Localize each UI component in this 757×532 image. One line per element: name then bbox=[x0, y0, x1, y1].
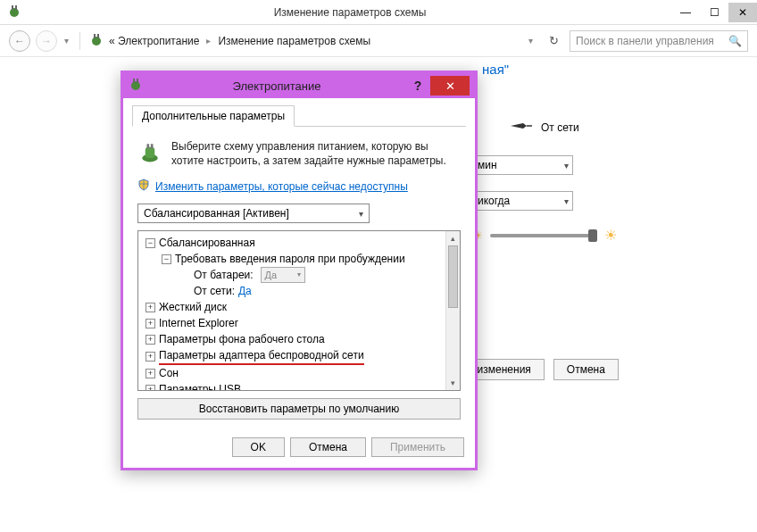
collapse-icon[interactable]: − bbox=[146, 238, 155, 248]
power-icon bbox=[7, 4, 21, 21]
svg-point-7 bbox=[131, 81, 140, 90]
dialog-cancel-button[interactable]: Отмена bbox=[290, 437, 366, 457]
svg-rect-2 bbox=[15, 5, 17, 10]
scheme-select[interactable]: Сбалансированная [Активен] ▾ bbox=[137, 204, 370, 223]
apply-button[interactable]: Применить bbox=[371, 437, 464, 457]
ok-button[interactable]: OK bbox=[232, 437, 285, 457]
svg-rect-4 bbox=[94, 34, 96, 38]
help-button[interactable]: ? bbox=[405, 79, 430, 93]
tree-root[interactable]: Сбалансированная bbox=[159, 235, 255, 251]
maximize-button[interactable]: ☐ bbox=[700, 3, 728, 22]
back-button[interactable]: ← bbox=[9, 30, 30, 52]
svg-rect-12 bbox=[147, 144, 150, 148]
expand-icon[interactable]: + bbox=[146, 385, 155, 391]
plug-label: От сети bbox=[541, 121, 579, 134]
plug-icon bbox=[509, 120, 532, 135]
power-options-dialog: Электропитание ? ✕ Дополнительные параме… bbox=[121, 71, 478, 470]
forward-button[interactable]: → bbox=[36, 30, 57, 52]
scroll-down-button[interactable]: ▾ bbox=[446, 376, 460, 390]
svg-point-3 bbox=[92, 37, 101, 46]
tree-sleep[interactable]: Сон bbox=[159, 365, 179, 381]
svg-rect-1 bbox=[12, 5, 13, 10]
refresh-button[interactable]: ↻ bbox=[544, 34, 564, 47]
power-icon bbox=[89, 32, 104, 50]
breadcrumb-item[interactable]: « Электропитание bbox=[109, 35, 199, 47]
tree-desktop[interactable]: Параметры фона рабочего стола bbox=[159, 331, 325, 347]
tree-scrollbar[interactable]: ▴ ▾ bbox=[445, 231, 460, 390]
dialog-info-text: Выберите схему управления питанием, кото… bbox=[171, 139, 461, 168]
dialog-title: Электропитание bbox=[148, 79, 405, 93]
battery-value-select[interactable]: Да▾ bbox=[261, 267, 305, 283]
shield-icon bbox=[137, 179, 150, 195]
brightness-slider-row: ☀ ☀ bbox=[473, 227, 617, 244]
expand-icon[interactable]: + bbox=[146, 352, 155, 362]
power-icon bbox=[129, 77, 143, 95]
timeout-select-1[interactable]: мин ▾ bbox=[473, 155, 573, 175]
search-placeholder: Поиск в панели управления bbox=[576, 35, 714, 47]
scroll-track[interactable] bbox=[446, 245, 460, 376]
collapse-icon[interactable]: − bbox=[162, 254, 171, 264]
tree-wake-password[interactable]: Требовать введения пароля при пробуждени… bbox=[175, 251, 405, 267]
expand-icon[interactable]: + bbox=[146, 319, 155, 328]
svg-rect-8 bbox=[133, 79, 135, 83]
chevron-down-icon: ▾ bbox=[359, 209, 363, 219]
chevron-down-icon: ▾ bbox=[564, 196, 569, 206]
main-window-title: Изменение параметров схемы bbox=[29, 6, 671, 19]
chevron-down-icon: ▾ bbox=[564, 161, 569, 170]
chevron-right-icon: ▸ bbox=[206, 36, 211, 46]
tab-strip: Дополнительные параметры bbox=[132, 105, 466, 127]
tree-hdd[interactable]: Жесткий диск bbox=[159, 299, 227, 315]
dialog-titlebar[interactable]: Электропитание ? ✕ bbox=[123, 73, 475, 98]
breadcrumb[interactable]: « Электропитание ▸ Изменение параметров … bbox=[109, 35, 538, 47]
svg-rect-11 bbox=[146, 147, 155, 158]
nav-toolbar: ← → ▾ « Электропитание ▸ Изменение парам… bbox=[0, 25, 757, 57]
tree-wireless[interactable]: Параметры адаптера беспроводной сети bbox=[159, 347, 364, 365]
breadcrumb-dropdown-icon[interactable]: ▾ bbox=[523, 36, 538, 46]
minimize-button[interactable]: — bbox=[671, 3, 700, 22]
expand-icon[interactable]: + bbox=[146, 303, 155, 312]
tree-plug-label: От сети: bbox=[194, 283, 235, 299]
tree-ie[interactable]: Internet Explorer bbox=[159, 315, 238, 331]
svg-rect-5 bbox=[97, 34, 99, 38]
brightness-slider[interactable] bbox=[490, 234, 597, 237]
scheme-name-link[interactable]: ная" bbox=[482, 62, 509, 77]
tree-battery-label: От батареи: bbox=[194, 267, 254, 283]
sun-bright-icon: ☀ bbox=[604, 227, 617, 244]
plug-value-link[interactable]: Да bbox=[238, 283, 252, 299]
battery-icon bbox=[137, 139, 162, 168]
timeout-select-2[interactable]: икогда ▾ bbox=[473, 191, 573, 211]
history-dropdown-icon[interactable]: ▾ bbox=[62, 36, 71, 46]
settings-tree[interactable]: −Сбалансированная −Требовать введения па… bbox=[138, 231, 445, 390]
restore-defaults-button[interactable]: Восстановить параметры по умолчанию bbox=[137, 398, 461, 420]
svg-rect-13 bbox=[151, 144, 154, 148]
dialog-close-button[interactable]: ✕ bbox=[430, 76, 470, 96]
svg-rect-9 bbox=[137, 79, 138, 83]
tab-advanced[interactable]: Дополнительные параметры bbox=[132, 105, 295, 127]
search-icon: 🔍 bbox=[728, 35, 742, 47]
plug-label-row: От сети bbox=[509, 120, 579, 135]
tree-usb[interactable]: Параметры USB bbox=[159, 381, 241, 390]
search-input[interactable]: Поиск в панели управления 🔍 bbox=[570, 30, 748, 52]
scroll-up-button[interactable]: ▴ bbox=[446, 231, 460, 245]
change-unavailable-link[interactable]: Изменить параметры, которые сейчас недос… bbox=[155, 180, 408, 193]
expand-icon[interactable]: + bbox=[146, 335, 155, 345]
slider-thumb[interactable] bbox=[588, 229, 597, 242]
close-button[interactable]: ✕ bbox=[728, 3, 757, 22]
breadcrumb-item[interactable]: Изменение параметров схемы bbox=[218, 35, 370, 47]
expand-icon[interactable]: + bbox=[146, 369, 155, 378]
scroll-thumb[interactable] bbox=[448, 245, 458, 308]
cancel-button[interactable]: Отмена bbox=[553, 359, 619, 380]
svg-point-0 bbox=[10, 8, 19, 17]
main-titlebar: Изменение параметров схемы — ☐ ✕ bbox=[0, 0, 757, 25]
